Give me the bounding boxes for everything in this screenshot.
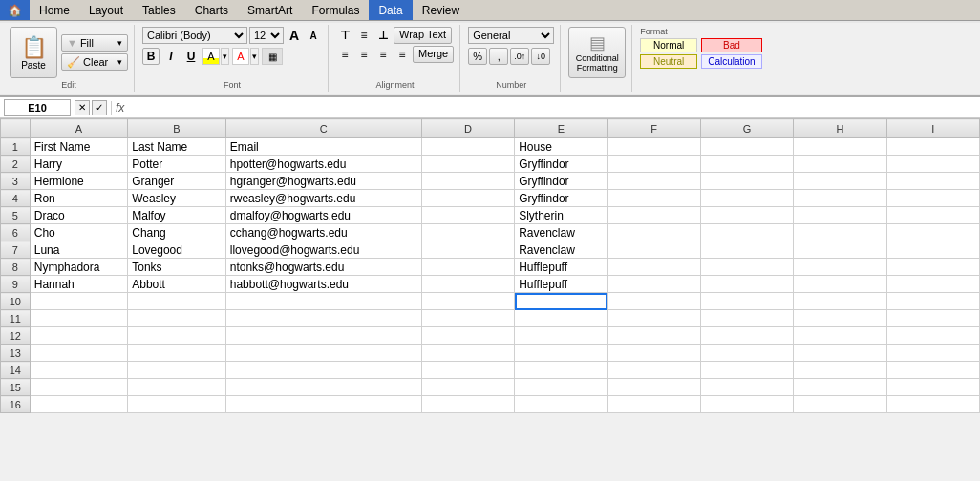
table-row[interactable] bbox=[225, 396, 421, 413]
menu-review[interactable]: Review bbox=[413, 0, 469, 20]
clear-button[interactable]: 🧹 Clear ▾ bbox=[61, 53, 128, 71]
table-row[interactable]: Hermione bbox=[30, 173, 128, 190]
table-row[interactable]: Malfoy bbox=[128, 207, 226, 224]
table-row[interactable] bbox=[421, 293, 514, 310]
table-row[interactable] bbox=[225, 379, 421, 396]
table-row[interactable]: hpotter@hogwarts.edu bbox=[225, 156, 421, 173]
font-size-select[interactable]: 12 bbox=[249, 27, 284, 44]
table-row[interactable]: Hufflepuff bbox=[515, 259, 607, 276]
fill-button[interactable]: ▼ Fill ▾ bbox=[61, 34, 128, 52]
table-row[interactable] bbox=[30, 345, 128, 362]
table-row[interactable] bbox=[421, 224, 514, 241]
table-row[interactable] bbox=[421, 396, 514, 413]
table-row[interactable] bbox=[794, 224, 886, 241]
table-row[interactable] bbox=[607, 345, 700, 362]
row-header-11[interactable]: 11 bbox=[1, 310, 31, 327]
font-color-dropdown[interactable]: ▾ bbox=[250, 48, 259, 65]
menu-charts[interactable]: Charts bbox=[185, 0, 238, 20]
table-row[interactable] bbox=[700, 190, 793, 207]
table-row[interactable] bbox=[607, 207, 700, 224]
table-row[interactable] bbox=[128, 379, 226, 396]
table-row[interactable] bbox=[607, 224, 700, 241]
paste-button[interactable]: 📋 Paste bbox=[10, 27, 57, 78]
row-header-12[interactable]: 12 bbox=[1, 327, 31, 345]
table-row[interactable] bbox=[794, 173, 886, 190]
italic-button[interactable]: I bbox=[162, 48, 180, 65]
table-row[interactable] bbox=[607, 362, 700, 379]
table-row[interactable] bbox=[607, 241, 700, 259]
align-top-button[interactable]: ⊤ bbox=[336, 27, 353, 44]
table-row[interactable] bbox=[794, 345, 886, 362]
table-row[interactable] bbox=[225, 345, 421, 362]
conditional-formatting-button[interactable]: ▤ ConditionalFormatting bbox=[568, 27, 626, 78]
menu-tables[interactable]: Tables bbox=[133, 0, 185, 20]
font-name-select[interactable]: Calibri (Body) bbox=[142, 27, 247, 44]
table-row[interactable] bbox=[794, 293, 886, 310]
table-row[interactable] bbox=[794, 396, 886, 413]
row-header-4[interactable]: 4 bbox=[1, 190, 31, 207]
table-row[interactable] bbox=[700, 379, 793, 396]
style-bad-button[interactable]: Bad bbox=[701, 38, 761, 52]
table-row[interactable]: Lovegood bbox=[128, 241, 226, 259]
table-row[interactable]: Cho bbox=[30, 224, 128, 241]
row-header-13[interactable]: 13 bbox=[1, 345, 31, 362]
table-row[interactable] bbox=[886, 379, 979, 396]
table-row[interactable] bbox=[794, 327, 886, 345]
table-row[interactable] bbox=[421, 276, 514, 293]
table-row[interactable] bbox=[794, 207, 886, 224]
table-row[interactable] bbox=[794, 379, 886, 396]
cell-reference-box[interactable] bbox=[4, 99, 71, 116]
table-row[interactable] bbox=[794, 276, 886, 293]
table-row[interactable]: Gryffindor bbox=[515, 190, 607, 207]
row-header-7[interactable]: 7 bbox=[1, 241, 31, 259]
table-row[interactable] bbox=[886, 224, 979, 241]
table-row[interactable] bbox=[886, 156, 979, 173]
table-row[interactable]: Ron bbox=[30, 190, 128, 207]
col-header-a[interactable]: A bbox=[30, 119, 128, 138]
row-header-2[interactable]: 2 bbox=[1, 156, 31, 173]
highlight-color-dropdown[interactable]: ▾ bbox=[221, 48, 229, 65]
table-row[interactable] bbox=[515, 396, 607, 413]
table-row[interactable] bbox=[607, 138, 700, 156]
menu-smartart[interactable]: SmartArt bbox=[238, 0, 302, 20]
table-row[interactable] bbox=[128, 310, 226, 327]
table-row[interactable] bbox=[30, 362, 128, 379]
table-row[interactable] bbox=[515, 293, 607, 310]
table-row[interactable]: dmalfoy@hogwarts.edu bbox=[225, 207, 421, 224]
align-justify-button[interactable]: ≡ bbox=[394, 46, 411, 63]
borders-button[interactable]: ▦ bbox=[262, 48, 283, 65]
table-row[interactable] bbox=[421, 241, 514, 259]
table-row[interactable] bbox=[886, 207, 979, 224]
table-row[interactable] bbox=[30, 379, 128, 396]
table-row[interactable] bbox=[421, 345, 514, 362]
table-row[interactable] bbox=[886, 362, 979, 379]
table-row[interactable] bbox=[607, 379, 700, 396]
table-row[interactable] bbox=[128, 327, 226, 345]
table-row[interactable] bbox=[700, 396, 793, 413]
table-row[interactable] bbox=[421, 190, 514, 207]
table-row[interactable]: First Name bbox=[30, 138, 128, 156]
table-row[interactable]: Email bbox=[225, 138, 421, 156]
table-row[interactable]: ntonks@hogwarts.edu bbox=[225, 259, 421, 276]
table-row[interactable] bbox=[700, 276, 793, 293]
table-row[interactable] bbox=[607, 310, 700, 327]
table-row[interactable]: Hannah bbox=[30, 276, 128, 293]
highlight-color-button[interactable]: A bbox=[202, 48, 220, 65]
table-row[interactable] bbox=[515, 310, 607, 327]
table-row[interactable] bbox=[886, 310, 979, 327]
table-row[interactable] bbox=[30, 293, 128, 310]
cancel-formula-button[interactable]: ✕ bbox=[75, 100, 90, 115]
table-row[interactable]: Weasley bbox=[128, 190, 226, 207]
col-header-g[interactable]: G bbox=[700, 119, 793, 138]
align-right-button[interactable]: ≡ bbox=[374, 46, 392, 63]
table-row[interactable] bbox=[225, 327, 421, 345]
table-row[interactable] bbox=[886, 190, 979, 207]
row-header-16[interactable]: 16 bbox=[1, 396, 31, 413]
col-header-d[interactable]: D bbox=[421, 119, 514, 138]
table-row[interactable]: Ravenclaw bbox=[515, 224, 607, 241]
row-header-14[interactable]: 14 bbox=[1, 362, 31, 379]
table-row[interactable] bbox=[128, 362, 226, 379]
col-header-b[interactable]: B bbox=[128, 119, 226, 138]
decrease-decimal-button[interactable]: ↓0 bbox=[531, 48, 550, 65]
table-row[interactable] bbox=[421, 327, 514, 345]
